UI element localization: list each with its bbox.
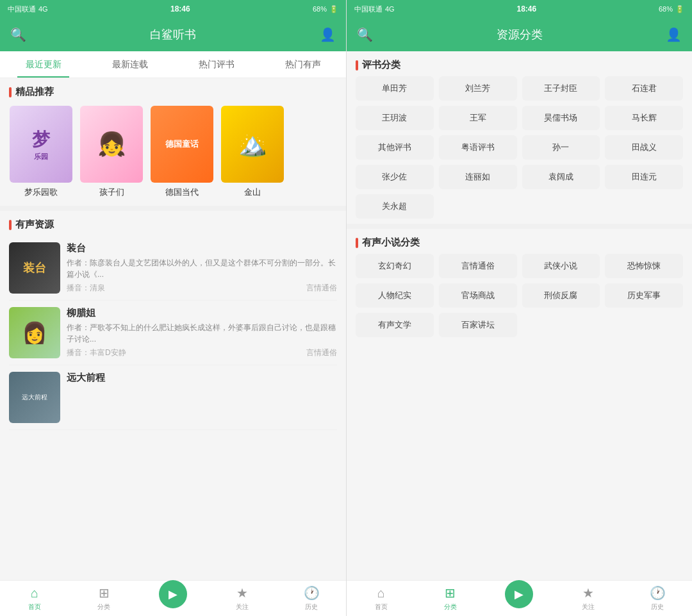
app-title-right: 资源分类 [497, 27, 543, 42]
nav-play-left[interactable]: ▶ [138, 581, 208, 616]
nav-follow-right[interactable]: ★ 关注 [554, 581, 623, 616]
cat-tianerlianyuan[interactable]: 田连元 [605, 165, 683, 189]
network-right: 4G [385, 5, 395, 13]
user-icon-right[interactable]: 👤 [666, 27, 682, 42]
audio-meta-liu: 播音：丰富D安静 言情通俗 [67, 347, 337, 358]
cover-yuan: 远大前程 [9, 372, 60, 423]
cat-shantianfang[interactable]: 单田芳 [356, 76, 434, 101]
bottom-nav-left: ⌂ 首页 ⊞ 分类 ▶ ★ 关注 🕐 历史 [0, 580, 346, 616]
carrier-left: 中国联通 [8, 4, 36, 14]
tab-pingbook[interactable]: 热门评书 [173, 51, 260, 78]
cat-lianliru[interactable]: 连丽如 [439, 165, 517, 189]
cat-wangyuebo[interactable]: 王玥波 [356, 106, 434, 130]
featured-title: 精品推荐 [15, 86, 54, 98]
tab-recent[interactable]: 最近更新 [0, 51, 86, 78]
audio-info-zt: 装台 作者：陈彦装台人是文艺团体以外的人，但又是这个群体不可分割的一部分。长篇小… [67, 242, 337, 294]
cat-haorushuchang[interactable]: 昊儒书场 [522, 106, 600, 130]
audio-info-liu: 柳腊姐 作者：严歌苓不知上的什么肥让她疯长成这样，外婆事后跟自己讨论，也是跟穗子… [67, 307, 337, 358]
cat-tianzhanyi[interactable]: 田战义 [605, 135, 683, 160]
audionovel-grid: 玄幻奇幻 言情通俗 武侠小说 恐怖惊悚 人物纪实 官场商战 刑侦反腐 历史军事 … [347, 254, 692, 342]
audio-desc-liu: 作者：严歌苓不知上的什么肥让她疯长成这样，外婆事后跟自己讨论，也是跟穗子讨论..… [67, 322, 337, 345]
audio-title-zt: 装台 [67, 242, 337, 254]
battery-icon-right: 🔋 [675, 5, 684, 13]
cat-youshengwenxue[interactable]: 有声文学 [356, 313, 434, 337]
search-icon-left[interactable]: 🔍 [10, 27, 26, 42]
genre-liu: 言情通俗 [306, 347, 337, 358]
tab-audio[interactable]: 热门有声 [260, 51, 346, 78]
cat-shilanjun[interactable]: 石连君 [605, 76, 683, 101]
nav-category-right[interactable]: ⊞ 分类 [416, 581, 485, 616]
cat-guanyongchao[interactable]: 关永超 [356, 194, 434, 219]
nav-home-label-left: 首页 [28, 603, 41, 612]
user-icon-left[interactable]: 👤 [320, 27, 336, 42]
carrier-right: 中国联通 [354, 4, 383, 14]
status-bar-right: 中国联通 4G 18:46 68% 🔋 [347, 0, 692, 18]
featured-item-kids[interactable]: 👧 孩子们 [79, 106, 144, 198]
status-right-right: 68% 🔋 [659, 5, 684, 13]
search-icon-right[interactable]: 🔍 [357, 27, 373, 42]
cat-xuanhuanqihuan[interactable]: 玄幻奇幻 [356, 254, 434, 278]
battery-icon-left: 🔋 [329, 5, 338, 13]
follow-icon-right: ★ [582, 585, 594, 601]
header-left: 🔍 白鲨听书 👤 [0, 18, 346, 51]
audio-item-liu[interactable]: 👩 柳腊姐 作者：严歌苓不知上的什么肥让她疯长成这样，外婆事后跟自己讨论，也是跟… [9, 301, 337, 365]
left-scroll: 精品推荐 梦 乐园 梦乐园歌 👧 孩子们 德国童话 德国当代 [0, 78, 346, 580]
play-button-left[interactable]: ▶ [159, 580, 187, 608]
cat-yanqingtongsu[interactable]: 言情通俗 [439, 254, 517, 278]
cover-dream: 梦 乐园 [10, 106, 72, 183]
audio-info-yuan: 远大前程 [67, 372, 337, 423]
nav-follow-left[interactable]: ★ 关注 [208, 581, 277, 616]
featured-header: 精品推荐 [0, 78, 346, 103]
nav-history-left[interactable]: 🕐 历史 [277, 581, 346, 616]
history-icon-right: 🕐 [650, 585, 666, 601]
audio-item-zt[interactable]: 装台 装台 作者：陈彦装台人是文艺团体以外的人，但又是这个群体不可分割的一部分。… [9, 236, 337, 301]
header-right: 🔍 资源分类 👤 [347, 18, 692, 51]
cat-baijiajiangtian[interactable]: 百家讲坛 [439, 313, 517, 337]
home-icon-left: ⌂ [31, 586, 38, 601]
featured-bar [9, 87, 12, 97]
featured-item-dream[interactable]: 梦 乐园 梦乐园歌 [9, 106, 73, 198]
nav-follow-label-right: 关注 [582, 603, 595, 612]
nav-home-left[interactable]: ⌂ 首页 [0, 581, 69, 616]
battery-right: 68% [659, 5, 673, 13]
left-screen: 中国联通 4G 18:46 68% 🔋 🔍 白鲨听书 👤 最近更新 最新连载 热… [0, 0, 346, 616]
cat-wangzifengchen[interactable]: 王子封臣 [522, 76, 600, 101]
battery-left: 68% [313, 5, 327, 13]
nav-history-label-left: 历史 [305, 603, 318, 612]
nav-follow-label-left: 关注 [236, 603, 249, 612]
category-icon-right: ⊞ [445, 585, 456, 601]
cat-kongbujingsu[interactable]: 恐怖惊悚 [605, 254, 683, 278]
cat-machanghui[interactable]: 马长辉 [605, 106, 683, 130]
tab-latest[interactable]: 最新连载 [86, 51, 173, 78]
nav-play-right[interactable]: ▶ [485, 581, 554, 616]
pingbook-bar [356, 60, 358, 71]
audionovel-title: 有声小说分类 [362, 237, 420, 249]
cat-zhangshaozuo[interactable]: 张少佐 [356, 165, 434, 189]
nav-home-right[interactable]: ⌂ 首页 [347, 581, 416, 616]
featured-label-dream: 梦乐园歌 [24, 187, 58, 198]
cat-sunyi[interactable]: 孙一 [522, 135, 600, 160]
featured-item-gold[interactable]: 🏔️ 金山 [220, 106, 284, 198]
featured-item-german[interactable]: 德国童话 德国当代 [150, 106, 214, 198]
cat-qitapingshu[interactable]: 其他评书 [356, 135, 434, 160]
cat-wuxiaxiaoshuo[interactable]: 武侠小说 [522, 254, 600, 278]
audio-list: 装台 装台 作者：陈彦装台人是文艺团体以外的人，但又是这个群体不可分割的一部分。… [0, 236, 346, 430]
cat-wangjun[interactable]: 王军 [439, 106, 517, 130]
nav-category-left[interactable]: ⊞ 分类 [69, 581, 138, 616]
cat-yueyupingshu[interactable]: 粤语评书 [439, 135, 517, 160]
app-title-left: 白鲨听书 [150, 27, 196, 42]
cat-guanchangshangzhan[interactable]: 官场商战 [439, 283, 517, 308]
play-button-right[interactable]: ▶ [505, 580, 533, 608]
cat-xingzhenfanfu[interactable]: 刑侦反腐 [522, 283, 600, 308]
cat-yuankuocheng[interactable]: 袁阔成 [522, 165, 600, 189]
cat-liulanfang[interactable]: 刘兰芳 [439, 76, 517, 101]
cat-lishijunshi[interactable]: 历史军事 [605, 283, 683, 308]
audionovel-header: 有声小说分类 [347, 229, 692, 254]
divider-1 [0, 206, 346, 211]
featured-label-kids: 孩子们 [99, 187, 124, 198]
history-icon-left: 🕐 [304, 585, 320, 601]
audio-title: 有声资源 [15, 219, 54, 231]
cat-renwujiishi[interactable]: 人物纪实 [356, 283, 434, 308]
audio-item-yuan[interactable]: 远大前程 远大前程 [9, 365, 337, 430]
nav-history-right[interactable]: 🕐 历史 [623, 581, 692, 616]
